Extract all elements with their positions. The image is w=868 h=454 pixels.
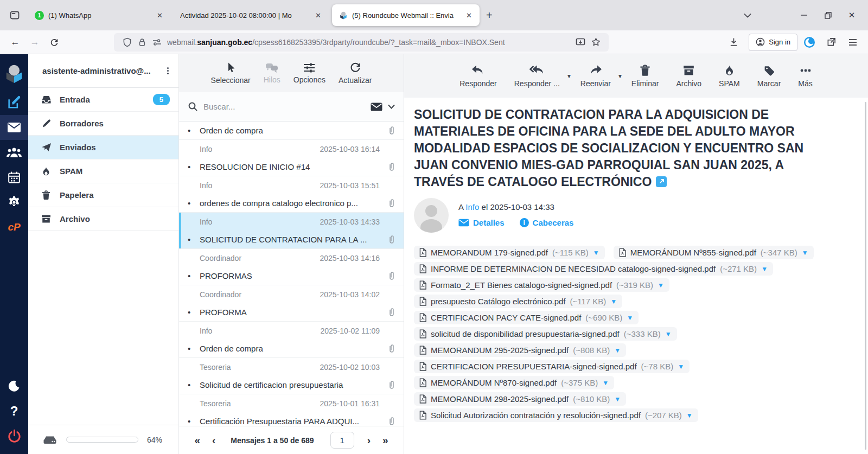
attachment-menu-caret[interactable]: ▼: [602, 379, 609, 387]
calendar-nav-button[interactable]: [0, 165, 28, 190]
contacts-nav-button[interactable]: [0, 140, 28, 165]
account-menu-icon[interactable]: [163, 67, 173, 74]
attachment-chip[interactable]: MEMORÁNDUM Nº855-signed.pdf(~347 KB)▼: [614, 246, 814, 259]
attachment-menu-caret[interactable]: ▼: [614, 395, 621, 403]
tab-roundcube[interactable]: (5) Roundcube Webmail :: Envia ✕: [332, 4, 480, 26]
delete-button[interactable]: Eliminar: [625, 65, 666, 88]
message-row[interactable]: • Orden de compra: [179, 122, 404, 140]
first-page-icon[interactable]: «: [192, 434, 202, 446]
attachment-chip[interactable]: MEMORANDUM 179-signed.pdf(~115 KB)▼: [414, 246, 605, 259]
lock-icon[interactable]: [135, 35, 150, 50]
tab-actividad[interactable]: Actividad 2025-10-02 08:00:00 | Mo ✕: [174, 4, 329, 26]
close-tab-icon[interactable]: ✕: [313, 10, 323, 21]
permissions-icon[interactable]: [150, 35, 165, 50]
threads-button[interactable]: Hilos: [264, 62, 280, 84]
open-in-new-window-icon[interactable]: [656, 176, 667, 187]
attachment-menu-caret[interactable]: ▼: [761, 265, 768, 273]
archive-button[interactable]: Archivo: [669, 65, 708, 88]
shield-icon[interactable]: [119, 35, 135, 50]
attachment-chip[interactable]: MEMORANDUM 298-2025-signed.pdf(~810 KB)▼: [414, 392, 626, 406]
folder-entrada[interactable]: Entrada 5: [28, 88, 178, 112]
dark-mode-button[interactable]: [0, 374, 28, 399]
logout-button[interactable]: [0, 424, 28, 449]
attachment-chip[interactable]: INFORME DE DETERMINACION DE NECESIDAD ca…: [414, 262, 773, 276]
mail-nav-button[interactable]: [0, 115, 28, 140]
next-page-icon[interactable]: ›: [365, 434, 373, 446]
settings-nav-button[interactable]: [0, 190, 28, 215]
list-all-tabs-button[interactable]: [736, 4, 760, 26]
search-input[interactable]: [203, 102, 365, 111]
search-options-chevron-icon[interactable]: [388, 104, 395, 109]
reply-all-menu-caret[interactable]: ▼: [566, 73, 572, 79]
reading-pane-scrollbar[interactable]: [865, 102, 866, 450]
mark-button[interactable]: Marcar: [751, 65, 788, 88]
message-row-selected[interactable]: Info2025-10-03 14:33 •SOLICITUD DE CONTR…: [179, 213, 404, 249]
page-number-input[interactable]: [330, 432, 354, 449]
attachment-menu-caret[interactable]: ▼: [610, 298, 617, 305]
cpanel-nav-button[interactable]: cP: [0, 215, 28, 240]
attachment-menu-caret[interactable]: ▼: [686, 412, 693, 419]
tab-whatsapp[interactable]: 1 (1) WhatsApp ✕: [28, 4, 170, 26]
minimize-button[interactable]: [792, 4, 816, 26]
restore-button[interactable]: [816, 4, 840, 26]
back-button[interactable]: ←: [5, 33, 25, 52]
attachment-menu-caret[interactable]: ▼: [627, 314, 633, 322]
bookmark-star-icon[interactable]: [588, 35, 603, 50]
attachment-menu-caret[interactable]: ▼: [614, 347, 621, 354]
message-row[interactable]: Coordinador2025-10-03 14:02 •PROFORMA: [179, 285, 404, 322]
reply-button[interactable]: Responder: [453, 65, 503, 88]
address-bar[interactable]: webmail.sanjuan.gob.ec/cpsess6168253395/…: [114, 33, 609, 52]
sign-in-button[interactable]: Sign in: [749, 34, 797, 51]
attachment-chip[interactable]: MEMORANDUM 295-2025-signed.pdf(~808 KB)▼: [414, 343, 626, 357]
prev-page-icon[interactable]: ‹: [210, 434, 218, 446]
more-button[interactable]: Más: [792, 65, 819, 88]
reply-all-button[interactable]: Responder ... ▼: [508, 65, 570, 88]
attachment-chip[interactable]: presupuesto Catálogo electrónico.pdf(~11…: [414, 295, 622, 308]
attachment-menu-caret[interactable]: ▼: [665, 330, 672, 338]
attachment-chip[interactable]: CERTIFICACION PACY CATE-signed.pdf(~690 …: [414, 311, 639, 324]
folder-archivo[interactable]: Archivo: [28, 207, 178, 231]
close-tab-icon[interactable]: ✕: [155, 10, 165, 21]
extension-icon[interactable]: [821, 33, 841, 52]
message-row[interactable]: Info2025-10-03 16:14 •RESOLUCION DE INIC…: [179, 140, 404, 176]
options-button[interactable]: Opciones: [293, 62, 326, 84]
folder-enviados[interactable]: Enviados: [28, 136, 178, 159]
reload-button[interactable]: [44, 33, 64, 52]
forward-menu-caret[interactable]: ▼: [617, 73, 623, 79]
message-row[interactable]: Info2025-10-02 11:09 •Orden de compra: [179, 322, 404, 358]
downloads-icon[interactable]: [724, 33, 743, 52]
search-scope-mail-icon[interactable]: [371, 103, 382, 111]
compose-button[interactable]: [0, 90, 28, 115]
recipient-link[interactable]: Info: [465, 202, 479, 212]
refresh-button[interactable]: Actualizar: [339, 62, 372, 85]
attachment-menu-caret[interactable]: ▼: [802, 249, 808, 257]
folder-borradores[interactable]: Borradores: [28, 112, 178, 136]
close-tab-icon[interactable]: ✕: [464, 10, 474, 21]
attachment-chip[interactable]: Formato_2_ET Bienes catalogo-signed-sign…: [414, 278, 669, 292]
attachment-chip[interactable]: CERTIFICACION PRESUPUESTARIA-signed-sign…: [414, 360, 690, 373]
headers-link[interactable]: i Cabeceras: [520, 218, 574, 227]
message-row[interactable]: Coordinador2025-10-03 14:16 •PROFORMAS: [179, 249, 404, 285]
details-link[interactable]: Detalles: [458, 218, 505, 227]
select-button[interactable]: Seleccionar: [211, 62, 251, 85]
message-row[interactable]: Tesoreria2025-10-01 16:31 •Certificación…: [179, 394, 404, 426]
save-page-icon[interactable]: [573, 35, 588, 50]
firefox-view-button[interactable]: [4, 5, 25, 25]
menu-hamburger-icon[interactable]: [843, 33, 863, 52]
attachment-menu-caret[interactable]: ▼: [678, 363, 684, 370]
close-window-button[interactable]: ✕: [840, 4, 864, 26]
folder-papelera[interactable]: Papelera: [28, 183, 178, 207]
forward-button[interactable]: →: [25, 33, 44, 52]
help-button[interactable]: ?: [0, 399, 28, 424]
new-tab-button[interactable]: +: [480, 7, 499, 24]
message-row[interactable]: Tesoreria2025-10-02 10:03 •Solicitud de …: [179, 358, 404, 394]
attachment-chip[interactable]: solicitud de disponibilidad presupuestar…: [414, 327, 677, 341]
attachment-menu-caret[interactable]: ▼: [658, 282, 664, 289]
firefox-account-icon[interactable]: [800, 33, 819, 52]
forward-button[interactable]: Reenviar ▼: [574, 65, 621, 88]
folder-spam[interactable]: SPAM: [28, 159, 178, 183]
last-page-icon[interactable]: »: [380, 434, 391, 446]
message-row[interactable]: Info2025-10-03 15:51 •ordenes de compra …: [179, 176, 404, 213]
attachment-chip[interactable]: MEMORÁNDUM Nº870-signed.pdf(~375 KB)▼: [414, 376, 614, 389]
attachment-menu-caret[interactable]: ▼: [593, 249, 599, 257]
